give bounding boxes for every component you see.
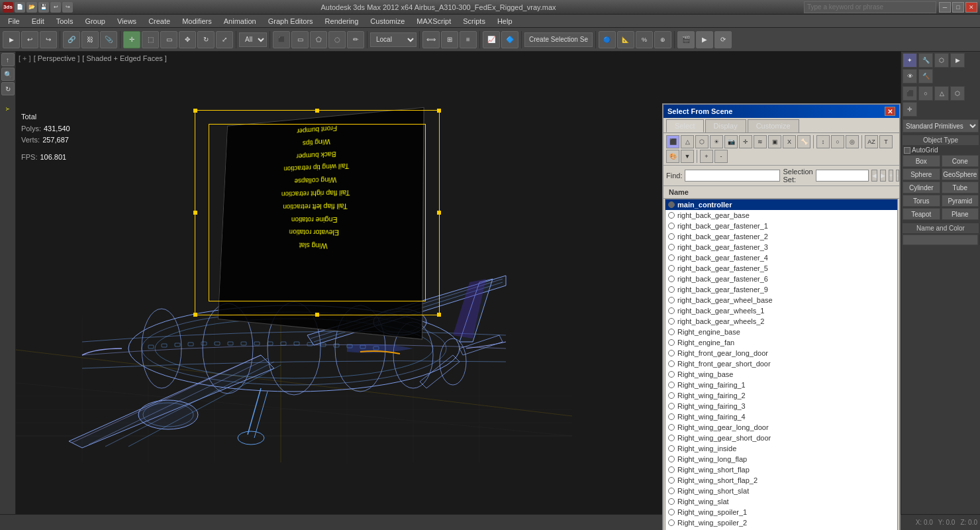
menu-animation[interactable]: Animation [219, 16, 262, 26]
tb-rotate[interactable]: ↻ [197, 31, 215, 48]
dt-invert[interactable]: ↕ [816, 135, 830, 148]
tb-render-last[interactable]: ⟳ [714, 31, 732, 48]
rs-sub-icon-3[interactable]: △ [934, 86, 949, 101]
tb-move[interactable]: ✥ [179, 31, 196, 48]
list-item[interactable]: Right_front_gear_short_door [665, 358, 897, 369]
list-item[interactable]: right_back_gear_fastener_2 [665, 231, 897, 242]
list-item[interactable]: Right_wing_fairing_1 [665, 380, 897, 390]
quick-access-undo[interactable]: ↩ [50, 2, 61, 13]
list-item[interactable]: Right_wing_gear_short_door [665, 433, 897, 443]
search-input[interactable] [804, 1, 936, 13]
menu-customize[interactable]: Customize [365, 16, 410, 26]
tb-link[interactable]: 🔗 [63, 31, 80, 48]
dt-collapse[interactable]: - [714, 150, 728, 163]
list-item[interactable]: Right_wing_fairing_4 [665, 411, 897, 422]
tb-fence-sel[interactable]: ⬠ [310, 31, 327, 48]
tb-schematic[interactable]: 🔷 [501, 31, 518, 48]
quick-access-save[interactable]: 💾 [38, 2, 49, 13]
minimize-button[interactable]: ─ [939, 2, 951, 13]
menu-file[interactable]: File [3, 16, 25, 26]
filter-geometry[interactable]: △ [681, 135, 694, 148]
dt-all-but[interactable]: ◎ [846, 135, 859, 148]
maximize-button[interactable]: □ [952, 2, 964, 13]
tb-lasso-sel[interactable]: ◌ [328, 31, 346, 48]
select-filter-dropdown[interactable]: All [239, 32, 267, 47]
list-item[interactable]: Right_wing_short_flap [665, 464, 897, 475]
ss-next-btn[interactable]: ▶ [880, 170, 886, 182]
tb-percent-snap[interactable]: % [636, 31, 653, 48]
tab-display[interactable]: Display [705, 119, 746, 132]
dt-sort-az[interactable]: AZ [865, 135, 878, 148]
filter-helpers[interactable]: ✛ [739, 135, 752, 148]
tb-spinner-snap[interactable]: ⊕ [654, 31, 671, 48]
dt-none[interactable]: ○ [831, 135, 844, 148]
ss-add-btn[interactable]: + [889, 170, 893, 182]
filter-all[interactable]: ⬛ [666, 135, 679, 148]
rs-sub-icon-1[interactable]: ⬛ [903, 86, 917, 101]
quick-access-new[interactable]: 📄 [15, 2, 25, 13]
tb-paint-sel[interactable]: ✏ [347, 31, 364, 48]
tb-redo[interactable]: ↪ [40, 31, 57, 48]
obj-type-sphere[interactable]: Sphere [903, 168, 940, 180]
tb-select-region[interactable]: ⬚ [142, 31, 159, 48]
list-item[interactable]: right_back_gear_fastener_3 [665, 242, 897, 252]
list-item[interactable]: Right_wing_base [665, 369, 897, 380]
selection-set-input[interactable] [816, 170, 869, 182]
list-item[interactable]: right_back_gear_fastener_4 [665, 252, 897, 263]
quick-access-open[interactable]: 📂 [26, 2, 37, 13]
tb-unlink[interactable]: ⛓ [81, 31, 99, 48]
tb-select-all[interactable]: ▶ [3, 31, 20, 48]
list-item[interactable]: Right_engine_base [665, 327, 897, 337]
list-item[interactable]: right_back_gear_wheel_base [665, 295, 897, 305]
menu-help[interactable]: Help [492, 16, 518, 26]
tb-scale[interactable]: ⤢ [216, 31, 233, 48]
rs-icon-utilities[interactable]: 🔨 [918, 69, 933, 83]
list-item[interactable]: right_back_gear_base [665, 210, 897, 221]
tb-quick-render[interactable]: ▶ [696, 31, 713, 48]
list-item[interactable]: Right_wing_inside [665, 443, 897, 454]
rs-icon-create[interactable]: ✦ [903, 53, 917, 68]
close-button[interactable]: ✕ [965, 2, 977, 13]
list-item[interactable]: right_back_gear_fastener_6 [665, 274, 897, 284]
list-item[interactable]: Right_wing_short_slat [665, 486, 897, 496]
lt-orbit[interactable]: ↻ [1, 82, 15, 95]
list-item[interactable]: main_controller [665, 199, 897, 210]
list-item[interactable]: Right_wing_spoiler_1 [665, 507, 897, 517]
menu-edit[interactable]: Edit [26, 16, 50, 26]
rs-sub-icon-2[interactable]: ○ [918, 86, 933, 101]
rs-icon-motion[interactable]: ▶ [950, 53, 965, 68]
list-item[interactable]: right_back_gear_fastener_1 [665, 221, 897, 231]
list-item[interactable]: right_back_gear_wheels_1 [665, 305, 897, 316]
tb-layer[interactable]: ≡ [460, 31, 477, 48]
list-item[interactable]: Right_wing_short_flap_2 [665, 475, 897, 486]
objects-list[interactable]: main_controllerright_back_gear_baseright… [665, 199, 898, 530]
obj-type-torus[interactable]: Torus [903, 195, 940, 207]
tb-rect-sel[interactable]: ▭ [291, 31, 309, 48]
tb-select-filter[interactable]: ▭ [160, 31, 177, 48]
dt-sort-color[interactable]: 🎨 [666, 150, 679, 163]
quick-access-redo[interactable]: ↪ [62, 2, 73, 13]
filter-shapes[interactable]: ⬡ [695, 135, 709, 148]
menu-modifiers[interactable]: Modifiers [177, 16, 217, 26]
object-name-input[interactable] [903, 235, 978, 245]
filter-bones[interactable]: 🦴 [797, 135, 810, 148]
obj-type-tube[interactable]: Tube [942, 182, 979, 193]
list-item[interactable]: Right_wing_fairing_2 [665, 390, 897, 401]
menu-maxscript[interactable]: MAXScript [411, 16, 456, 26]
tb-align[interactable]: ⊞ [441, 31, 458, 48]
list-item[interactable]: Right_wing_slat [665, 496, 897, 507]
list-item[interactable]: Right_front_gear_long_door [665, 348, 897, 358]
obj-type-cylinder[interactable]: Cylinder [903, 182, 940, 193]
tb-render-scene[interactable]: 🎬 [677, 31, 695, 48]
obj-type-pyramid[interactable]: Pyramid [942, 195, 979, 207]
filter-xrefs[interactable]: X [783, 135, 796, 148]
tb-mirror[interactable]: ⟺ [422, 31, 440, 48]
menu-scripts[interactable]: Scripts [458, 16, 491, 26]
obj-type-cone[interactable]: Cone [942, 155, 979, 167]
tb-curve-editor[interactable]: 📈 [483, 31, 500, 48]
reference-coord-dropdown[interactable]: Local [370, 32, 416, 47]
list-item[interactable]: right_back_gear_fastener_5 [665, 263, 897, 274]
rs-icon-hierarchy[interactable]: ⬡ [934, 53, 949, 68]
filter-groups[interactable]: ▣ [768, 135, 781, 148]
obj-type-teapot[interactable]: Teapot [903, 208, 940, 220]
